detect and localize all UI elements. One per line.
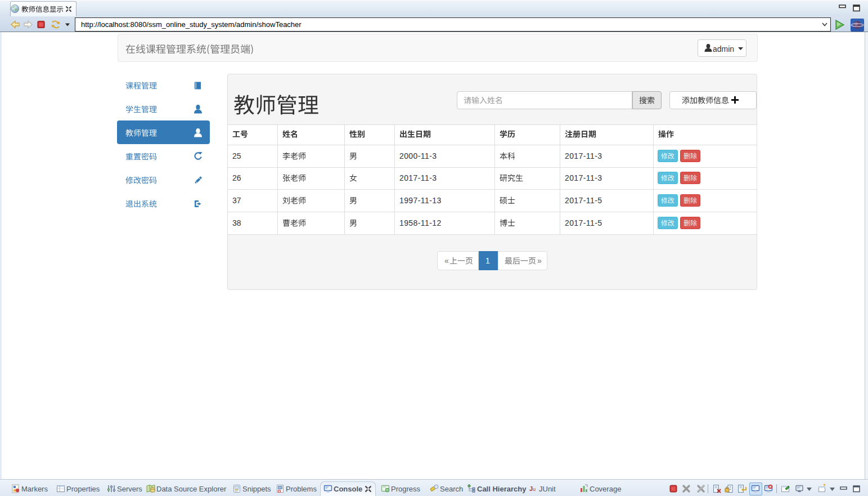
svg-text:u: u xyxy=(533,486,536,492)
